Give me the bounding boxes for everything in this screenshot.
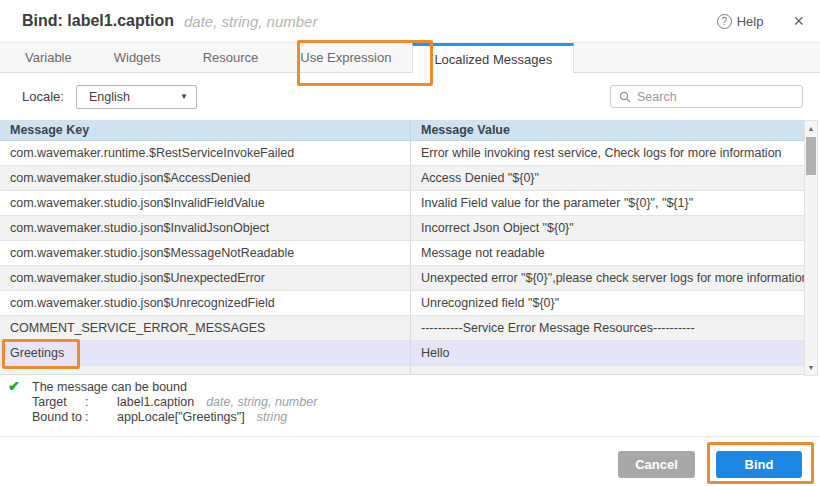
messages-table-content: Message Key Message Value com.wavemaker.… <box>0 120 804 375</box>
message-key-cell: com.wavemaker.studio.json$UnexpectedErro… <box>0 266 410 290</box>
message-value-cell: Invalid Field value for the parameter "$… <box>410 191 804 215</box>
message-value-cell: Error while invoking rest service, Check… <box>410 141 804 165</box>
tab-variable[interactable]: Variable <box>4 43 93 72</box>
locale-selected-value: English <box>89 90 130 104</box>
message-key-cell: com.wavemaker.studio.json$AccessDenied <box>0 166 410 190</box>
bound-to-type: string <box>257 410 288 425</box>
message-value-cell: Unexpected error "${0}",please check ser… <box>410 266 804 290</box>
column-header-message-key: Message Key <box>0 120 410 140</box>
help-button[interactable]: ? Help <box>717 14 764 29</box>
message-key-cell: COMMENT_SERVICE_ERROR_MESSAGES <box>0 316 410 340</box>
cancel-button[interactable]: Cancel <box>618 451 695 478</box>
check-icon: ✔ <box>8 379 20 394</box>
message-key-cell: com.wavemaker.studio.json$InvalidJsonObj… <box>0 216 410 240</box>
target-label: Target <box>32 395 85 410</box>
table-scrollbar[interactable]: ▲ ▼ <box>804 120 818 376</box>
dialog-subtitle: date, string, number <box>184 13 317 30</box>
table-row[interactable]: COMMENT_SERVICE_ERROR_MESSAGES ---------… <box>0 316 804 341</box>
message-key-cell: com.wavemaker.studio.json$InvalidFieldVa… <box>0 191 410 215</box>
chevron-down-icon: ▼ <box>180 92 188 101</box>
message-value-cell: Incorrect Json Object "${0}" <box>410 216 804 240</box>
status-message: The message can be bound <box>32 380 187 395</box>
tab-bar: Variable Widgets Resource Use Expression… <box>0 42 820 73</box>
message-key-cell: com.wavemaker.studio.json$UnrecognizedFi… <box>0 291 410 315</box>
table-row[interactable]: com.wavemaker.runtime.$RestServiceInvoke… <box>0 141 804 166</box>
search-box <box>610 85 803 108</box>
search-icon <box>619 91 631 103</box>
message-key-cell: Greetings <box>0 341 410 365</box>
header-actions: ? Help × <box>717 12 804 30</box>
help-label: Help <box>737 14 764 29</box>
target-value: label1.caption <box>117 395 194 410</box>
help-icon: ? <box>717 14 732 29</box>
scroll-up-icon[interactable]: ▲ <box>805 122 817 135</box>
bind-button[interactable]: Bind <box>716 451 802 478</box>
locale-label: Locale: <box>22 89 64 104</box>
bind-status: ✔ The message can be bound Target : labe… <box>0 375 820 425</box>
table-row[interactable]: com.wavemaker.studio.json$UnexpectedErro… <box>0 266 804 291</box>
close-icon[interactable]: × <box>793 12 804 30</box>
status-bound-row: Bound to : appLocale["Greetings"] string <box>32 410 820 425</box>
table-row[interactable]: com.wavemaker.studio.json$InvalidFieldVa… <box>0 191 804 216</box>
dialog-title: Bind: label1.caption <box>22 12 174 30</box>
message-value-cell: Hello <box>410 341 804 365</box>
status-target-row: Target : label1.caption date, string, nu… <box>32 395 820 410</box>
table-row[interactable]: com.wavemaker.studio.json$InvalidJsonObj… <box>0 216 804 241</box>
table-row[interactable]: com.wavemaker.studio.json$UnrecognizedFi… <box>0 291 804 316</box>
search-input[interactable] <box>637 90 798 104</box>
button-bar: Cancel Bind <box>0 450 820 478</box>
tab-widgets[interactable]: Widgets <box>93 43 182 72</box>
locale-select[interactable]: English ▼ <box>76 85 197 109</box>
bind-dialog: Bind: label1.caption date, string, numbe… <box>0 0 820 486</box>
dialog-header: Bind: label1.caption date, string, numbe… <box>0 0 820 42</box>
message-value-cell: Access Denied "${0}" <box>410 166 804 190</box>
tab-use-expression[interactable]: Use Expression <box>279 43 412 72</box>
column-header-message-value: Message Value <box>410 120 804 140</box>
messages-table: Message Key Message Value com.wavemaker.… <box>0 120 820 375</box>
message-key-cell: com.wavemaker.studio.json$MessageNotRead… <box>0 241 410 265</box>
table-row-selected[interactable]: Greetings Hello <box>0 341 804 366</box>
footer-divider <box>0 436 820 437</box>
status-message-row: The message can be bound <box>32 380 820 395</box>
toolbar: Locale: English ▼ <box>0 73 820 120</box>
message-value-cell: Unrecognized field "${0}" <box>410 291 804 315</box>
table-header-row: Message Key Message Value <box>0 120 804 141</box>
message-key-cell: com.wavemaker.runtime.$RestServiceInvoke… <box>0 141 410 165</box>
message-value-cell: Message not readable <box>410 241 804 265</box>
table-row[interactable]: com.wavemaker.studio.json$MessageNotRead… <box>0 241 804 266</box>
table-row-partial[interactable] <box>0 366 804 375</box>
bound-to-label: Bound to <box>32 410 85 425</box>
target-types: date, string, number <box>206 395 317 410</box>
bound-to-value: appLocale["Greetings"] <box>117 410 245 425</box>
scrollbar-thumb[interactable] <box>806 137 816 175</box>
message-value-cell: ----------Service Error Message Resource… <box>410 316 804 340</box>
scroll-down-icon[interactable]: ▼ <box>805 361 817 374</box>
tab-localized-messages[interactable]: Localized Messages <box>412 43 574 73</box>
tab-resource[interactable]: Resource <box>182 43 280 72</box>
table-row[interactable]: com.wavemaker.studio.json$AccessDenied A… <box>0 166 804 191</box>
